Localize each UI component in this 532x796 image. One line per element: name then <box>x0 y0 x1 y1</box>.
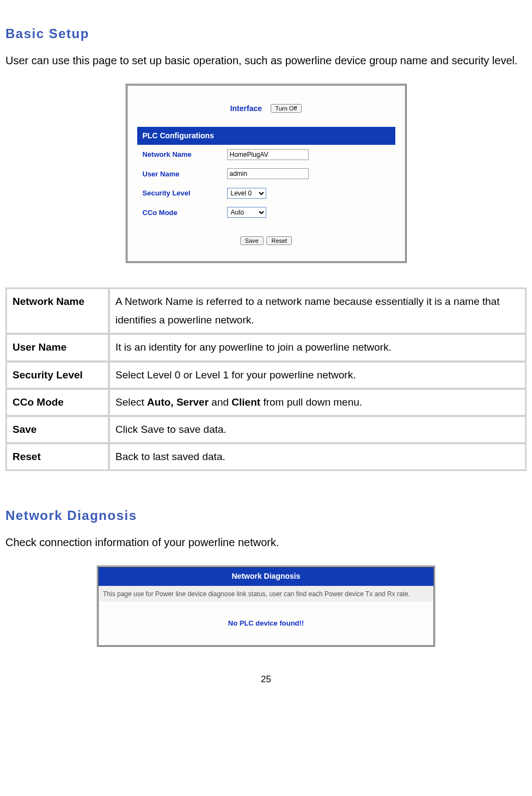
label-user-name: User Name <box>143 168 227 180</box>
row-network-name: Network Name <box>137 145 395 164</box>
text: and <box>209 396 231 408</box>
desc-key: Reset <box>7 444 108 470</box>
text-bold: Client <box>231 396 260 408</box>
diag-panel: Network Diagnosis This page use for Powe… <box>99 567 433 645</box>
table-row: Reset Back to last saved data. <box>7 444 525 470</box>
intro-network-diagnosis: Check connection information of your pow… <box>5 532 527 552</box>
section-title-basic-setup: Basic Setup <box>5 22 527 45</box>
desc-val: Back to last saved data. <box>109 444 525 470</box>
description-table: Network Name A Network Name is referred … <box>5 287 527 471</box>
plc-config-heading: PLC Configurations <box>137 127 395 145</box>
table-row: Network Name A Network Name is referred … <box>7 289 525 333</box>
input-network-name[interactable] <box>227 149 309 160</box>
desc-key: User Name <box>7 334 108 360</box>
desc-key: Save <box>7 417 108 443</box>
desc-val: Select Level 0 or Level 1 for your power… <box>109 362 525 388</box>
network-diagnosis-screenshot: Network Diagnosis This page use for Powe… <box>97 566 435 646</box>
desc-key: CCo Mode <box>7 389 108 415</box>
diag-description: This page use for Power line device diag… <box>99 586 433 602</box>
desc-key: Network Name <box>7 289 108 333</box>
diag-empty-message: No PLC device found!! <box>99 602 433 645</box>
diag-heading: Network Diagnosis <box>99 567 433 585</box>
text-bold: Auto, Server <box>147 396 209 408</box>
button-row: Save Reset <box>137 222 395 252</box>
select-security-level[interactable]: Level 0 <box>227 188 266 199</box>
text: from pull down menu. <box>260 396 362 408</box>
desc-val: Click Save to save data. <box>109 417 525 443</box>
section-title-network-diagnosis: Network Diagnosis <box>5 504 527 527</box>
desc-val: It is an identity for any powerline to j… <box>109 334 525 360</box>
save-button[interactable]: Save <box>240 236 264 245</box>
desc-val: A Network Name is referred to a network … <box>109 289 525 333</box>
table-row: CCo Mode Select Auto, Server and Client … <box>7 389 525 415</box>
table-row: User Name It is an identity for any powe… <box>7 334 525 360</box>
text: Select <box>115 396 147 408</box>
select-cco-mode[interactable]: Auto <box>227 207 266 218</box>
desc-key: Security Level <box>7 362 108 388</box>
page-number: 25 <box>5 671 527 688</box>
label-cco-mode: CCo Mode <box>143 206 227 219</box>
reset-button[interactable]: Reset <box>266 236 292 245</box>
input-user-name[interactable] <box>227 168 309 179</box>
turn-off-button[interactable]: Turn Off <box>271 104 302 113</box>
label-network-name: Network Name <box>143 148 227 161</box>
basic-setup-screenshot: Interface Turn Off PLC Configurations Ne… <box>126 84 407 263</box>
interface-label: Interface <box>230 104 262 113</box>
interface-row: Interface Turn Off <box>137 92 395 127</box>
label-security-level: Security Level <box>143 187 227 199</box>
row-cco-mode: CCo Mode Auto <box>137 203 395 222</box>
row-security-level: Security Level Level 0 <box>137 183 395 203</box>
table-row: Save Click Save to save data. <box>7 417 525 443</box>
table-row: Security Level Select Level 0 or Level 1… <box>7 362 525 388</box>
row-user-name: User Name <box>137 164 395 183</box>
intro-basic-setup: User can use this page to set up basic o… <box>5 51 527 70</box>
desc-val: Select Auto, Server and Client from pull… <box>109 389 525 415</box>
